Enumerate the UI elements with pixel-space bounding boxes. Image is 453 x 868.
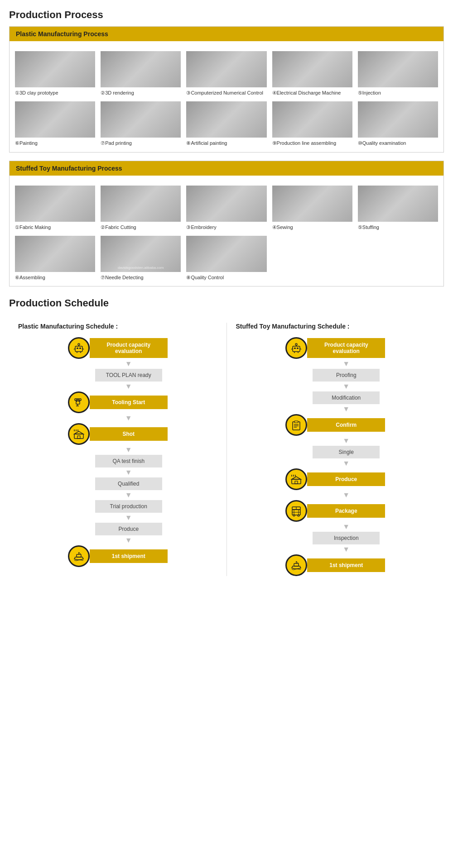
svg-point-28 bbox=[295, 343, 297, 345]
flow-icon-16 bbox=[68, 545, 90, 567]
plastic-label-8: ⑧Artificial painting bbox=[186, 140, 227, 146]
svg-rect-34 bbox=[294, 421, 298, 423]
flow-icon-16 bbox=[285, 554, 307, 576]
svg-rect-38 bbox=[292, 479, 301, 484]
stuffed-label-3: ③Embroidery bbox=[186, 224, 216, 230]
stuffed-photo-6 bbox=[15, 236, 95, 272]
stuffed-process-item-1: ①Fabric Making bbox=[15, 186, 95, 230]
flow-gray-label-2: Proofing bbox=[313, 369, 380, 382]
stuffed-schedule-col: Stuffed Toy Manufacturing Schedule : Pro… bbox=[227, 323, 444, 576]
flow-yellow-item-10: Produce bbox=[285, 468, 385, 490]
stuffed-process-item-7: davidsgoodsten.alibaba.com ⑦Needle Detec… bbox=[101, 236, 181, 281]
flow-arrow-9: ▼ bbox=[125, 467, 132, 477]
plastic-photo-6 bbox=[15, 101, 95, 138]
stuffed-photo-8 bbox=[186, 236, 266, 272]
plastic-schedule-col: Plastic Manufacturing Schedule : Product… bbox=[9, 323, 226, 576]
plastic-schedule-title: Plastic Manufacturing Schedule : bbox=[18, 323, 217, 330]
stuffed-photo-2 bbox=[101, 186, 181, 222]
stuffed-photo-4 bbox=[272, 186, 352, 222]
stuffed-photo-3 bbox=[186, 186, 266, 222]
stuffed-label-1: ①Fabric Making bbox=[15, 224, 51, 230]
plastic-process-item-2: ②3D rendering bbox=[101, 51, 181, 96]
flow-icon-6 bbox=[285, 414, 307, 436]
flow-gray-label-14: Produce bbox=[95, 523, 162, 535]
flow-gray-label-8: QA test finish bbox=[95, 455, 162, 467]
svg-marker-39 bbox=[292, 477, 301, 479]
schedule-columns: Plastic Manufacturing Schedule : Product… bbox=[9, 323, 444, 576]
flow-yellow-label-0: Product capacity evaluation bbox=[307, 338, 385, 358]
page-container: Production Process Plastic Manufacturing… bbox=[0, 0, 453, 585]
stuffed-process-item-3: ③Embroidery bbox=[186, 186, 266, 230]
flow-arrow-5: ▼ bbox=[125, 413, 132, 423]
production-process-title: Production Process bbox=[9, 9, 444, 21]
flow-gray-label-12: Trial production bbox=[95, 500, 162, 513]
stuffed-label-6: ⑥Assembling bbox=[15, 274, 45, 281]
svg-rect-2 bbox=[79, 348, 81, 349]
flow-yellow-item-6: Confirm bbox=[285, 414, 385, 436]
svg-marker-16 bbox=[74, 431, 83, 434]
stuffed-photo-5 bbox=[358, 186, 438, 222]
plastic-process-item-1: ①3D clay prototype bbox=[15, 51, 95, 96]
svg-rect-24 bbox=[293, 346, 300, 352]
stuffed-label-4: ④Sewing bbox=[272, 224, 293, 230]
flow-arrow-11: ▼ bbox=[125, 490, 132, 500]
svg-point-4 bbox=[78, 343, 80, 345]
flow-arrow-9: ▼ bbox=[342, 458, 350, 468]
flow-gray-label-14: Inspection bbox=[313, 532, 380, 544]
flow-icon-12 bbox=[285, 500, 307, 522]
svg-rect-0 bbox=[75, 346, 82, 352]
stuffed-process-item-2: ②Fabric Cutting bbox=[101, 186, 181, 230]
plastic-section-header: Plastic Manufacturing Process bbox=[10, 27, 443, 41]
plastic-process-item-10: ⑩Quality examination bbox=[358, 101, 438, 146]
svg-rect-17 bbox=[77, 436, 80, 439]
plastic-photo-7 bbox=[101, 101, 181, 138]
plastic-label-4: ④Electrical Discharge Machine bbox=[272, 90, 341, 96]
stuffed-process-item-4: ④Sewing bbox=[272, 186, 352, 230]
svg-rect-12 bbox=[78, 401, 79, 402]
plastic-photo-4 bbox=[272, 51, 352, 87]
svg-rect-52 bbox=[294, 563, 299, 566]
production-schedule-title: Production Schedule bbox=[9, 297, 444, 309]
flow-arrow-1: ▼ bbox=[342, 359, 350, 369]
plastic-label-1: ①3D clay prototype bbox=[15, 90, 58, 96]
flow-yellow-label-10: Produce bbox=[307, 472, 385, 486]
plastic-photo-5 bbox=[358, 51, 438, 87]
flow-arrow-11: ▼ bbox=[342, 490, 350, 500]
stuffed-label-5: ⑤Stuffing bbox=[358, 224, 379, 230]
plastic-process-item-3: ③Computerized Numerical Control bbox=[186, 51, 266, 96]
svg-rect-15 bbox=[74, 434, 83, 439]
plastic-photo-3 bbox=[186, 51, 266, 87]
flow-yellow-label-0: Product capacity evaluation bbox=[90, 338, 168, 358]
flow-arrow-5: ▼ bbox=[342, 404, 350, 414]
flow-yellow-item-0: Product capacity evaluation bbox=[285, 337, 385, 359]
stuffed-schedule-title: Stuffed Toy Manufacturing Schedule : bbox=[236, 323, 435, 330]
plastic-label-10: ⑩Quality examination bbox=[358, 140, 406, 146]
flow-yellow-item-4: Tooling Start bbox=[68, 391, 168, 413]
plastic-process-item-7: ⑦Pad printing bbox=[101, 101, 181, 146]
svg-point-50 bbox=[293, 515, 295, 516]
flow-yellow-label-6: Shot bbox=[90, 427, 168, 441]
stuffed-label-8: ⑧Quality Control bbox=[186, 274, 224, 281]
flow-icon-10 bbox=[285, 468, 307, 490]
svg-rect-11 bbox=[77, 401, 77, 402]
flow-yellow-label-16: 1st shipment bbox=[90, 549, 168, 563]
flow-yellow-label-6: Confirm bbox=[307, 418, 385, 432]
flow-arrow-7: ▼ bbox=[342, 436, 350, 446]
stuffed-process-item-6: ⑥Assembling bbox=[15, 236, 95, 281]
flow-arrow-3: ▼ bbox=[342, 382, 350, 391]
plastic-photo-8 bbox=[186, 101, 266, 138]
flow-arrow-7: ▼ bbox=[125, 445, 132, 455]
plastic-process-item-4: ④Electrical Discharge Machine bbox=[272, 51, 352, 96]
stuffed-photo-1 bbox=[15, 186, 95, 222]
flow-yellow-item-16: 1st shipment bbox=[285, 554, 385, 576]
svg-rect-21 bbox=[77, 554, 81, 557]
svg-rect-40 bbox=[295, 481, 298, 484]
flow-gray-label-10: Qualified bbox=[95, 477, 162, 490]
plastic-label-2: ②3D rendering bbox=[101, 90, 134, 96]
stuffed-process-grid: ①Fabric Making ②Fabric Cutting ③Embroide… bbox=[10, 180, 443, 286]
flow-arrow-13: ▼ bbox=[125, 513, 132, 523]
stuffed-photo-7: davidsgoodsten.alibaba.com bbox=[101, 236, 181, 272]
plastic-process-grid: ①3D clay prototype ②3D rendering ③Comput… bbox=[10, 46, 443, 152]
flow-arrow-15: ▼ bbox=[342, 544, 350, 554]
flow-yellow-item-0: Product capacity evaluation bbox=[68, 337, 168, 359]
